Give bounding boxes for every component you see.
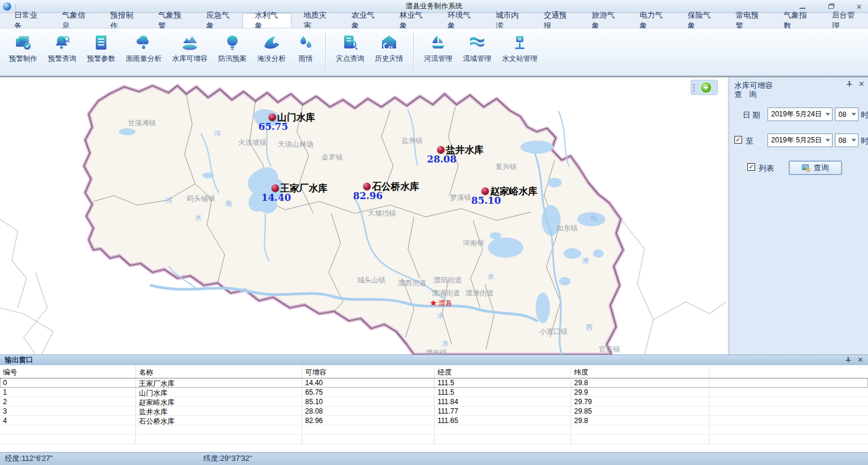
reservoir-marker[interactable]: 石公桥水库82.96	[363, 183, 371, 190]
menu-item-17[interactable]: 气象指数	[772, 13, 820, 28]
menu-item-12[interactable]: 交通预报	[532, 13, 579, 28]
table-cell	[0, 425, 136, 434]
table-empty-row	[0, 425, 868, 435]
reservoir-value: 82.96	[353, 190, 383, 201]
reservoir-dot-icon[interactable]	[268, 113, 276, 121]
table-cell	[710, 416, 868, 425]
menu-item-5[interactable]: 应急气象	[195, 13, 242, 28]
table-header-row: 编号名称可增容经度纬度	[0, 365, 868, 378]
menu-item-9[interactable]: 林业气象	[388, 13, 436, 28]
table-cell: 29.79	[571, 397, 710, 406]
table-cell	[710, 435, 868, 444]
to-checkbox[interactable]: ✓	[734, 136, 742, 144]
toolbar-button-basin-waves[interactable]: 流域管理	[458, 32, 497, 65]
menu-item-4[interactable]: 气象预警	[147, 13, 195, 28]
column-header: 名称	[136, 365, 302, 378]
zoom-in-button[interactable]: +	[700, 82, 712, 93]
toolbar-button-flood-wave[interactable]: 淹没分析	[252, 32, 291, 65]
list-checkbox[interactable]: ✓	[747, 163, 755, 171]
date-from-select[interactable]: 2019年 5月24日	[767, 108, 833, 121]
close-panel-icon[interactable]: ✕	[859, 80, 864, 87]
toolbar-button-cloud-rain[interactable]: 面雨量分析	[121, 32, 167, 65]
toolbar-button-history-disaster[interactable]: 历史灾情	[370, 32, 409, 65]
toolbar-button-warning-edit[interactable]: 预警制作	[4, 32, 43, 65]
reservoir-marker[interactable]: 赵家峪水库85.10	[481, 187, 489, 195]
toolbar-button-reservoir-capacity[interactable]: 水库可增容	[167, 32, 213, 65]
cloud-rain-icon	[134, 33, 153, 52]
toolbar-button-hydro-station[interactable]: 水文站管理	[497, 32, 543, 65]
query-button[interactable]: 查询	[789, 161, 842, 175]
reservoir-value: 14.40	[261, 192, 291, 203]
close-button[interactable]: ✕	[855, 2, 863, 11]
output-window: 输出窗口 ✕ 编号名称可增容经度纬度0王家厂水库14.40111.529.81山…	[0, 355, 868, 452]
reservoir-dot-icon[interactable]	[363, 183, 371, 190]
table-row[interactable]: 2赵家峪水库85.10111.8429.79	[0, 397, 868, 407]
table-row[interactable]: 1山门水库65.75111.529.9	[0, 388, 868, 397]
menu-item-7[interactable]: 地质灾害	[292, 13, 339, 28]
menu-item-1[interactable]: 日常业务	[2, 13, 50, 28]
reservoir-marker[interactable]: 山门水库65.75	[268, 113, 276, 121]
column-header: 可增容	[302, 365, 435, 378]
menu-item-13[interactable]: 旅游气象	[580, 13, 628, 28]
table-row[interactable]: 3盐井水库28.08111.7729.85	[0, 407, 868, 416]
menu-item-15[interactable]: 保险气象	[676, 13, 724, 28]
date-to-select[interactable]: 2019年 5月25日	[767, 134, 833, 147]
list-label: 列表	[759, 163, 774, 174]
menu-item-10[interactable]: 环境气象	[436, 13, 484, 28]
table-cell	[571, 435, 710, 444]
reservoir-value: 28.08	[427, 154, 456, 165]
table-empty-row	[0, 435, 868, 444]
toolbar-button-warning-bell-search[interactable]: 预警查询	[43, 32, 82, 65]
pin-icon[interactable]	[846, 80, 853, 87]
menu-item-3[interactable]: 预报制作	[98, 13, 146, 28]
table-cell: 28.08	[302, 407, 435, 415]
menu-item-6[interactable]: 水利气象	[242, 13, 292, 28]
menu-item-2[interactable]: 气象信息	[50, 13, 98, 28]
flood-wave-icon	[262, 33, 281, 52]
close-output-icon[interactable]: ✕	[857, 356, 863, 363]
table-cell: 111.84	[435, 397, 571, 406]
hour-suffix-label: 时	[861, 110, 868, 121]
table-cell: 29.85	[571, 407, 710, 415]
table-cell: 111.65	[435, 416, 571, 425]
output-header: 输出窗口 ✕	[0, 355, 868, 365]
table-cell: 65.75	[302, 388, 435, 396]
menu-item-16[interactable]: 雷电预警	[724, 13, 772, 28]
reservoir-dot-icon[interactable]	[271, 184, 279, 192]
application-window: | 澧县业务制作系统 ✕ 日常业务气象信息预报制作气象预警应急气象水利气象地质灾…	[0, 0, 868, 465]
table-cell: 王家厂水库	[136, 378, 302, 387]
toolbar-button-river-sailboat[interactable]: 河流管理	[419, 32, 458, 65]
table-cell: 赵家峪水库	[136, 397, 302, 406]
column-header	[710, 365, 868, 378]
pin-icon[interactable]	[845, 356, 851, 363]
menu-item-8[interactable]: 农业气象	[340, 13, 388, 28]
hour-to-select[interactable]: 08	[835, 134, 859, 147]
reservoir-dot-icon[interactable]	[481, 187, 489, 195]
toolbar-button-warning-params[interactable]: 预警参数	[82, 32, 121, 65]
output-title: 输出窗口	[5, 355, 33, 365]
chevron-down-icon	[823, 139, 832, 142]
status-latitude: 纬度:29°37'32"	[203, 454, 252, 464]
menu-item-14[interactable]: 电力气象	[628, 13, 676, 28]
table-cell: 29.8	[571, 416, 710, 425]
hour-from-select[interactable]: 08	[835, 108, 859, 121]
menu-item-11[interactable]: 城市内涝	[484, 13, 532, 28]
table-row[interactable]: 4石公桥水库82.96111.6529.8	[0, 416, 868, 425]
table-row[interactable]: 0王家厂水库14.40111.529.8	[0, 378, 868, 388]
menu-item-18[interactable]: 后台管理	[820, 13, 868, 28]
table-cell: 29.9	[571, 388, 710, 396]
toolbar-button-rain-drops[interactable]: 雨情	[291, 32, 320, 65]
reservoir-marker[interactable]: 盐井水库28.08	[437, 146, 445, 154]
toolbar-button-flood-plan-bulb[interactable]: 防汛预案	[213, 32, 252, 65]
warning-bell-search-icon	[53, 33, 72, 52]
drag-grip-icon[interactable]	[693, 84, 698, 92]
toolbar: 预警制作预警查询预警参数面雨量分析水库可增容防汛预案淹没分析雨情灾点查询历史灾情…	[0, 28, 868, 77]
panel-subtitle: 查 询	[734, 89, 759, 100]
table-cell: 3	[0, 407, 136, 415]
reservoir-marker[interactable]: 王家厂水库14.40	[271, 184, 279, 192]
basin-waves-icon	[468, 33, 487, 52]
toolbar-button-disaster-search[interactable]: 灾点查询	[331, 32, 370, 65]
column-header: 经度	[435, 365, 571, 378]
map-canvas[interactable]: + 甘溪滩镇火连坡镇天供山林场金罗镇盐井镇复兴镇码头铺镇梦溪镇大堰垱镇如东镇涔南…	[0, 77, 728, 355]
reservoir-dot-icon[interactable]	[437, 146, 445, 154]
